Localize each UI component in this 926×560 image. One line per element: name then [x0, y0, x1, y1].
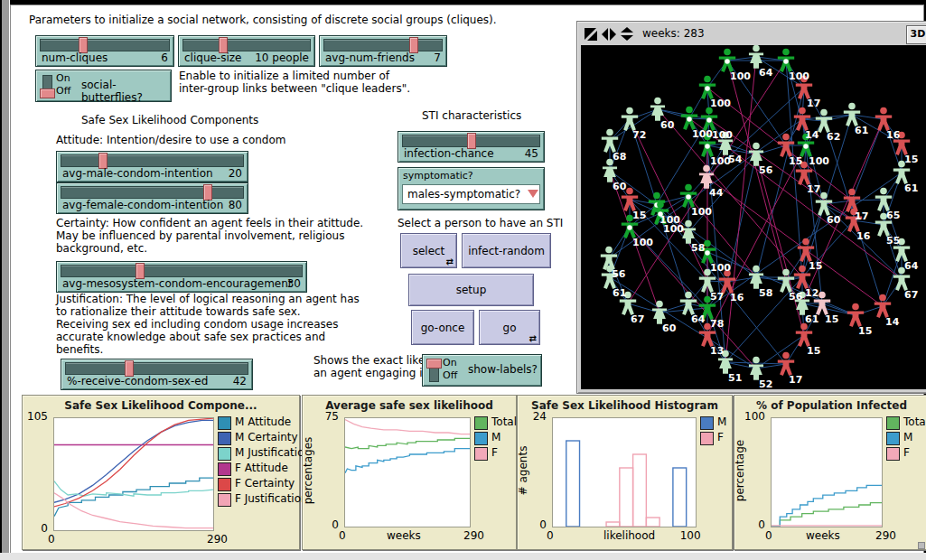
legend-label: M [903, 431, 912, 443]
agent-value-label: 100 [809, 155, 829, 167]
legend-item: F Justification [218, 492, 297, 508]
legend-item: M [474, 431, 514, 446]
agent-value-label: 14 [885, 316, 900, 328]
legend-label: M Certainty [235, 431, 298, 443]
app-panel: Parameters to initialize a social networ… [10, 5, 924, 555]
chooser-selected-value[interactable]: males-symptomatic? [402, 184, 540, 204]
slider-infection-chance[interactable]: infection-chance45 [398, 131, 545, 163]
slider-num-cliques[interactable]: num-cliques6 [35, 35, 174, 67]
switch-social-butterflies?[interactable]: On Offsocial-butterflies? [35, 70, 172, 102]
slider-avg-male-condom-intention[interactable]: avg-male-condom-intention20 [56, 151, 248, 182]
plot-2: Average safe sex likelihood7500290weeksp… [302, 395, 517, 550]
slider-avg-mesosystem-condom-encouragement[interactable]: avg-mesosystem-condom-encouragement30 [56, 261, 307, 293]
world-view: weeks: 2833D1006410010017607210010014626… [576, 21, 926, 394]
slider-label: num-cliques [42, 51, 108, 64]
switch-show-labels?[interactable]: On Offshow-labels? [422, 354, 542, 387]
x-tick: 290 [207, 533, 228, 546]
agent-value-label: 100 [691, 206, 712, 218]
agent-value-label: 14 [805, 129, 819, 141]
hist-bar [673, 468, 687, 527]
legend-item: Total [886, 415, 926, 431]
agent-value-label: 15 [807, 345, 820, 357]
x-tick: 290 [463, 529, 484, 542]
switch-name: show-labels? [468, 363, 538, 376]
y-tick: 75 [303, 410, 339, 423]
legend-item: M Attitude [218, 415, 297, 431]
infect-random-button[interactable]: infect-random [462, 233, 551, 268]
agent-value-label: 55 [886, 235, 900, 247]
agent-value-label: 100 [789, 70, 809, 82]
certainty-note: Certainty: How confident an agent feels … [56, 217, 363, 255]
tick-counter-label: weeks: 283 [642, 27, 705, 40]
legend-item: F Certainty [218, 477, 297, 492]
switch-name: social-butterflies? [81, 79, 171, 104]
legend-swatch [886, 416, 900, 430]
chevron-down-icon[interactable] [528, 190, 538, 198]
agent-value-label: 100 [730, 70, 751, 82]
x-tick: 100 [680, 529, 701, 542]
agent-value-label: 51 [728, 372, 742, 384]
plot-legend: MF [700, 415, 730, 446]
agent-person-m [847, 303, 864, 327]
chooser-symptomatic[interactable]: symptomatic?males-symptomatic? [398, 167, 545, 210]
agent-value-label: 61 [805, 313, 818, 325]
slider-value: 42 [233, 375, 247, 387]
plot-legend: TotalMF [886, 415, 926, 462]
hist-bar [566, 441, 580, 527]
x-tick: 0 [547, 529, 554, 542]
agent-value-label: 64 [759, 67, 773, 79]
agent-value-label: 100 [710, 98, 731, 109]
button-label: setup [409, 284, 533, 296]
legend-item: M Justification [218, 446, 297, 462]
legend-item: Total [474, 415, 514, 431]
world-canvas[interactable]: 1006410010017607210010014626116681005456… [581, 45, 926, 389]
y-tick: 105 [23, 410, 48, 423]
slider-value: 20 [229, 167, 242, 180]
agent-value-label: 100 [632, 237, 653, 248]
agent-value-label: 61 [904, 182, 918, 194]
hist-bar [646, 518, 659, 527]
plot-4: % of Population Infected10000290weeksper… [734, 395, 926, 550]
agent-value-label: 64 [691, 313, 706, 325]
resize-view-icon[interactable] [585, 27, 597, 40]
legend-label: M [717, 415, 726, 428]
window-bottom-strip [0, 553, 926, 560]
slider-label: avg-mesosystem-condom-encouragement [62, 277, 293, 290]
agent-value-label: 56 [789, 291, 803, 303]
plot-area [53, 417, 214, 531]
setup-button[interactable]: setup [408, 274, 534, 306]
agent-value-label: 61 [613, 287, 626, 299]
agent-value-label: 58 [691, 242, 705, 254]
select-button[interactable]: select⇄ [400, 233, 457, 268]
slider-%-receive-condom-sex-ed[interactable]: %-receive-condom-sex-ed42 [61, 359, 253, 390]
plot-legend: M AttitudeM CertaintyM JustificationF At… [218, 415, 297, 508]
agent-person-m [680, 292, 697, 315]
slider-value: 80 [229, 199, 242, 211]
agent-value-label: 62 [827, 131, 840, 143]
legend-swatch [218, 478, 231, 491]
legend-swatch [218, 493, 231, 507]
series-Total [345, 438, 470, 448]
plot-title: Safe Sex Likelihood Compone... [23, 399, 299, 412]
y-tick: 0 [303, 518, 339, 531]
agent-person-f [749, 45, 763, 69]
slider-value: 45 [525, 147, 538, 160]
go-once-button[interactable]: go-once [411, 310, 474, 345]
slider-track [61, 265, 303, 277]
agent-value-label: 100 [663, 223, 684, 235]
switch-handle[interactable] [40, 89, 55, 98]
pan-vertical-icon[interactable] [621, 27, 633, 40]
slider-avg-num-friends[interactable]: avg-num-friends7 [319, 35, 447, 67]
go-button[interactable]: go⇄ [479, 310, 540, 345]
resize-grip[interactable] [918, 542, 925, 549]
slider-clique-size[interactable]: clique-size10 people [178, 35, 315, 67]
agent-value-label: 15 [809, 260, 822, 272]
pan-horizontal-icon[interactable] [602, 27, 614, 40]
agent-value-label: 61 [855, 125, 868, 136]
switch-handle[interactable] [426, 359, 442, 369]
slider-avg-female-condom-intention[interactable]: avg-female-condom-intention80 [56, 182, 248, 214]
legend-item: F [700, 431, 730, 446]
plot-area [771, 417, 883, 527]
button-label: go-once [412, 322, 473, 334]
3d-view-button[interactable]: 3D [906, 25, 926, 44]
